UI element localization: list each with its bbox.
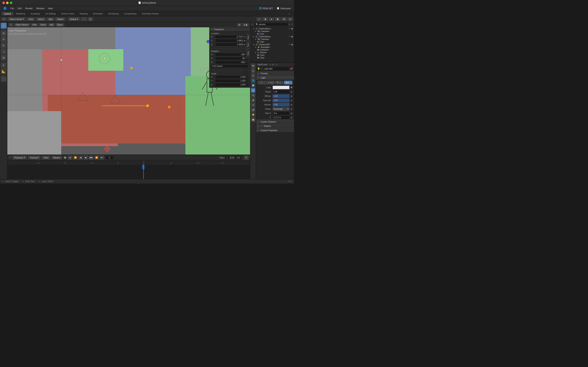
props-tab-view[interactable]: 👁 [251,73,255,78]
custom-props-header[interactable]: ▶ Custom Properties [256,128,294,133]
object-menu[interactable]: Object [55,17,65,21]
scale-y-field[interactable]: 1.000 ↺ [215,79,249,83]
props-tab-physics[interactable]: ⚗ [251,103,255,107]
props-tab-data[interactable]: 💡 [251,113,255,117]
next-keyframe-btn[interactable]: ⏩ [94,155,99,160]
props-tab-output[interactable]: 🖨 [251,68,255,73]
scale-tool[interactable]: ⤡ [1,49,7,54]
render-menu[interactable]: Render [24,7,34,10]
power-keyframe-dot[interactable] [291,91,292,93]
tab-texture-paint[interactable]: Texture Paint [59,12,77,16]
file-menu[interactable]: File [9,7,16,10]
play-back-btn[interactable]: ◀ [78,155,83,160]
viewport-scene[interactable]: User Perspective (0) Collection.001 | Li… [7,27,250,155]
camera-btn-2[interactable]: 📷 [291,36,293,38]
add-menu[interactable]: Add [47,17,54,21]
current-frame-display[interactable]: 0 [105,156,113,159]
specular-keyframe-dot[interactable] [291,100,292,101]
end-frame-value[interactable]: 120 [235,156,242,159]
edit-menu[interactable]: Edit [16,7,23,10]
tab-geometry-nodes[interactable]: Geometry Nodes [139,12,161,16]
diffuse-keyframe-dot[interactable] [291,95,292,97]
overlay-toggle[interactable]: ⊞ [281,17,287,21]
tab-compositing[interactable]: Compositing [121,12,139,16]
move-tool[interactable]: ✛ [1,36,7,42]
viewport-mode-btn[interactable]: Object Mode ▾ [14,23,30,26]
light-tab-sun[interactable]: ☀ Sun [267,81,275,84]
viewport-shading-btns[interactable]: ● ◉ [242,23,249,26]
loc-x-field[interactable]: -2.7227 m ↺ [215,35,249,39]
shadow-section-header[interactable]: ▶ ☑ Shadow [256,124,294,128]
tab-rendering[interactable]: Rendering [106,12,121,16]
eye-btn-1[interactable]: 👁 [288,28,290,30]
diffuse-field[interactable]: 1.00 [273,94,290,98]
help-menu[interactable]: Help [46,7,54,10]
outline-camera-2-1[interactable]: ▼ 📷 Camera↵ [250,38,294,41]
select-menu[interactable]: Select [36,17,46,21]
tab-modeling[interactable]: Modeling [14,12,28,16]
viewport-object-menu[interactable]: Object [56,23,64,26]
outline-camerasecu-2[interactable]: ▼ 🎥 CameraSecu. 👁 📷 [250,35,294,38]
size-y-keyframe-dot[interactable] [291,117,292,118]
tab-layout[interactable]: Layout [2,12,13,16]
outline-cam-d-1[interactable]: 📷 Cam [250,54,294,57]
props-tab-render[interactable]: 📷 [251,64,255,68]
timeline-clock-btn[interactable]: ⏱ [244,155,249,160]
prev-keyframe-btn[interactable]: ⏪ [73,155,78,160]
specular-field[interactable]: 1.00 [273,99,290,102]
loc-z-field[interactable]: 1.9505 m ↺ [215,43,249,46]
item-tab[interactable]: Item [246,33,250,41]
camera-btn-1[interactable]: 📷 [291,28,293,30]
custom-distance-header[interactable]: ▶ Custom Distance [256,120,294,124]
window-menu[interactable]: Window [35,7,46,10]
transform-tool[interactable]: ⊞ [1,55,7,60]
transform-panel-header[interactable]: ▼ Transform [209,27,250,32]
outline-camera-002[interactable]: ▼ 🎥 Camera.002 👁 📷 [250,43,294,46]
render-layer-selector[interactable]: 📋 ViewLayer [275,7,292,10]
rot-x-field[interactable]: -180° ↺ [215,53,249,56]
maximize-button[interactable] [10,2,12,4]
light-section-header[interactable]: ▼ Light [256,76,294,80]
tool-tab[interactable]: Tool [246,42,250,49]
size-x-keyframe-dot[interactable] [291,113,292,114]
scene-selector[interactable]: 🌐 REALSET [258,7,275,10]
props-tab-material[interactable]: 🎨 [251,117,255,122]
cube-add-tool[interactable]: ⬛ [1,76,7,82]
props-tab-object[interactable]: ⬡ [251,88,255,92]
shape-keyframe-dot[interactable] [291,108,292,110]
marker-menu[interactable]: Marker [52,156,62,159]
view-menu[interactable]: View [42,156,50,159]
rotate-tool[interactable]: ↻ [1,43,7,48]
viewport-editor-type[interactable]: ⬡ [9,23,13,26]
proportional-button[interactable]: ◎ [87,17,93,21]
outliner-filter-btn[interactable]: ▾ [289,23,290,25]
viewport-shading-material[interactable]: ● [269,17,274,21]
loc-y-field[interactable]: 3.9851 m ↺ [215,39,249,42]
props-tab-constraints[interactable]: 🔗 [251,108,255,112]
select-tool[interactable]: ↖ [1,23,7,29]
volume-field[interactable]: 1.00 [273,103,290,106]
scale-x-field[interactable]: 1.000 ↺ [215,75,249,79]
rotation-mode-dropdown[interactable]: XYZ Euler ▾ [211,64,249,68]
size-y-field[interactable]: 0.117 m [273,116,290,119]
viewport-overlay-btn[interactable]: ⊞ [237,23,242,26]
light-tab-area[interactable]: ■ A... [284,81,292,84]
scale-z-field[interactable]: 1.000 ↺ [215,83,249,86]
view-side-tab[interactable]: View [246,49,250,58]
props-tab-scene[interactable]: 🌐 [251,78,255,83]
play-forward-btn[interactable]: ▶▶ [89,155,94,160]
size-x-field[interactable]: 3 m [273,111,290,115]
tab-sculpting[interactable]: Sculpting [28,12,42,16]
tab-uv-editing[interactable]: UV Editing [43,12,58,16]
viewport-shading-solid[interactable]: ◑ [262,17,268,21]
pin-button[interactable]: 📌 [290,67,293,70]
viewport-add-menu[interactable]: Add [48,23,55,26]
annotate-tool[interactable]: ✏ [1,62,7,68]
color-keyframe-dot[interactable] [291,87,292,88]
props-tab-particles[interactable]: ✨ [251,98,255,102]
outliner-close-btn[interactable]: ✕ [291,23,293,25]
outline-camerasecu-1[interactable]: ▼ 🎥 CameraSecu... 👁 📷 [250,27,294,30]
viewport-view-menu[interactable]: View [31,23,38,26]
rot-y-field[interactable]: 80° ↺ [215,57,249,60]
tab-add[interactable]: + [286,12,292,16]
